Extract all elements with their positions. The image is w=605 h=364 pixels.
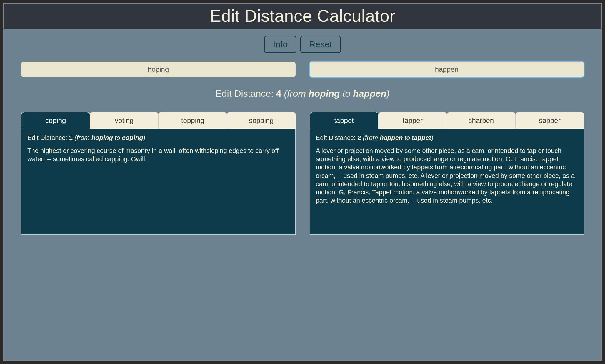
right-panel-body[interactable]: Edit Distance: 2 (from happen to tappet)… (310, 129, 584, 235)
right-ed-close: ) (431, 134, 433, 141)
result-to: to (340, 88, 353, 99)
left-tabs: coping voting topping sopping (21, 112, 296, 129)
right-tab-0[interactable]: tappet (310, 112, 379, 129)
right-ed-word1: happen (380, 134, 403, 141)
result-word2: happen (353, 88, 386, 99)
result-value: 4 (276, 88, 281, 99)
right-tab-3[interactable]: sapper (515, 112, 584, 129)
right-definition: A lever or projection moved by some othe… (316, 147, 578, 205)
left-tab-0[interactable]: coping (21, 112, 90, 129)
app-header: Edit Distance Calculator (4, 4, 601, 29)
left-ed-word1: hoping (91, 134, 113, 141)
result-open-paren: ( (281, 88, 287, 99)
left-ed-line: Edit Distance: 1 (from hoping to coping) (27, 134, 289, 142)
left-definition: The highest or covering course of masonr… (27, 147, 289, 163)
page-title: Edit Distance Calculator (4, 6, 601, 26)
left-tab-2[interactable]: topping (158, 112, 227, 129)
left-ed-open: ( (73, 134, 76, 141)
left-ed-from: from (77, 134, 91, 141)
left-tab-1[interactable]: voting (90, 112, 159, 129)
top-buttons: Info Reset (21, 36, 584, 53)
right-ed-from: from (365, 134, 380, 141)
panels-row: coping voting topping sopping Edit Dista… (21, 112, 584, 235)
right-word-input[interactable] (310, 62, 584, 77)
right-tabs: tappet tapper sharpen sapper (310, 112, 584, 129)
left-panel-body[interactable]: Edit Distance: 1 (from hoping to coping)… (21, 129, 296, 235)
right-ed-word2: tappet (412, 134, 431, 141)
right-ed-line: Edit Distance: 2 (from happen to tappet) (316, 134, 578, 142)
app-frame: Edit Distance Calculator Info Reset Edit… (3, 3, 602, 361)
right-ed-label: Edit Distance: (316, 134, 358, 141)
left-ed-value: 1 (69, 134, 73, 141)
result-from: from (287, 88, 309, 99)
left-ed-to: to (113, 134, 122, 141)
result-word1: hoping (309, 88, 340, 99)
left-ed-word2: coping (122, 134, 143, 141)
right-tab-1[interactable]: tapper (378, 112, 447, 129)
right-ed-to: to (403, 134, 412, 141)
inputs-row (21, 62, 584, 77)
result-close-paren: ) (386, 88, 390, 99)
info-button[interactable]: Info (264, 36, 296, 53)
right-ed-value: 2 (357, 134, 361, 141)
left-panel: coping voting topping sopping Edit Dista… (21, 112, 296, 235)
left-ed-close: ) (143, 134, 145, 141)
right-ed-open: ( (361, 134, 365, 141)
app-body: Info Reset Edit Distance: 4 (from hoping… (4, 29, 601, 360)
left-ed-label: Edit Distance: (27, 134, 69, 141)
edit-distance-result: Edit Distance: 4 (from hoping to happen) (21, 88, 584, 99)
result-label: Edit Distance: (215, 88, 276, 99)
left-word-input[interactable] (21, 62, 296, 77)
reset-button[interactable]: Reset (300, 36, 341, 53)
right-tab-2[interactable]: sharpen (447, 112, 516, 129)
left-tab-3[interactable]: sopping (227, 112, 296, 129)
right-panel: tappet tapper sharpen sapper Edit Distan… (310, 112, 584, 235)
